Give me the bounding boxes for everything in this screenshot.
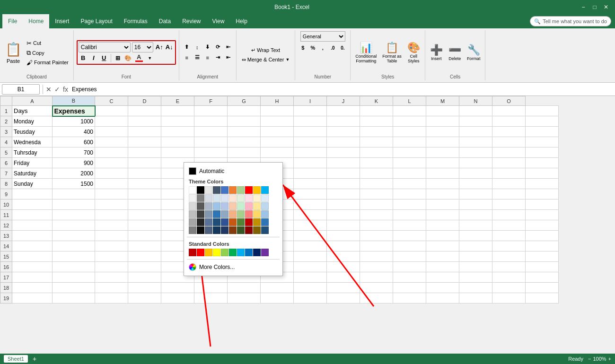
cell-styles-button[interactable]: 🎨 CellStyles (405, 41, 422, 64)
cell-J1[interactable] (327, 106, 360, 116)
color-swatch[interactable] (245, 194, 253, 202)
color-swatch[interactable] (213, 202, 220, 210)
color-swatch[interactable] (213, 194, 220, 202)
cell-B5[interactable]: 700 (53, 147, 95, 158)
col-header-k[interactable]: K (360, 96, 393, 106)
cell-O9[interactable] (492, 189, 526, 199)
cell-K11[interactable] (360, 210, 393, 220)
cell-P1[interactable] (526, 106, 559, 116)
color-swatch[interactable] (253, 226, 261, 234)
zoom-out-button[interactable]: − (588, 356, 591, 362)
color-swatch[interactable] (221, 186, 228, 194)
cell-C4[interactable] (95, 137, 128, 147)
cell-J19[interactable] (327, 293, 360, 303)
cell-I11[interactable] (294, 210, 327, 220)
cell-O3[interactable] (492, 127, 526, 137)
cell-D5[interactable] (128, 147, 161, 158)
cell-B2[interactable]: 1000 (53, 116, 95, 127)
color-swatch[interactable] (261, 194, 269, 202)
cell-C8[interactable] (95, 179, 128, 189)
cell-L12[interactable] (393, 220, 426, 231)
close-button[interactable]: ✕ (602, 3, 610, 11)
tab-review[interactable]: Review (176, 14, 206, 28)
cell-K14[interactable] (360, 241, 393, 251)
color-swatch[interactable] (205, 226, 212, 234)
cell-O17[interactable] (492, 272, 526, 283)
color-swatch[interactable] (229, 194, 237, 202)
color-swatch[interactable] (245, 226, 253, 234)
cell-L8[interactable] (393, 179, 426, 189)
cell-C6[interactable] (95, 158, 128, 168)
cell-F19[interactable] (194, 293, 228, 303)
cell-L16[interactable] (393, 262, 426, 272)
cell-J13[interactable] (327, 231, 360, 241)
cell-C9[interactable] (95, 189, 128, 199)
color-swatch[interactable] (189, 218, 196, 226)
cell-O14[interactable] (492, 241, 526, 251)
cell-D8[interactable] (128, 179, 161, 189)
sheet-tab[interactable]: Sheet1 (4, 355, 28, 363)
conditional-formatting-button[interactable]: 📊 ConditionalFormatting (353, 41, 378, 64)
cell-P4[interactable] (526, 137, 559, 147)
cell-K9[interactable] (360, 189, 393, 199)
cell-I5[interactable] (294, 147, 327, 158)
italic-button[interactable]: I (89, 53, 98, 63)
color-swatch[interactable] (253, 186, 261, 194)
cell-K18[interactable] (360, 283, 393, 293)
cell-J6[interactable] (327, 158, 360, 168)
color-swatch[interactable] (237, 218, 245, 226)
cell-A19[interactable] (12, 293, 53, 303)
cell-C10[interactable] (95, 199, 128, 210)
insert-function-icon[interactable]: fx (63, 86, 68, 93)
cell-O16[interactable] (492, 262, 526, 272)
cell-O13[interactable] (492, 231, 526, 241)
cell-M13[interactable] (426, 231, 459, 241)
cell-L18[interactable] (393, 283, 426, 293)
col-header-i[interactable]: I (294, 96, 327, 106)
color-swatch[interactable] (261, 226, 269, 234)
cell-F5[interactable] (194, 147, 228, 158)
color-swatch[interactable] (245, 202, 253, 210)
cell-N4[interactable] (459, 137, 492, 147)
color-swatch[interactable] (221, 210, 228, 218)
cancel-formula-icon[interactable]: ✕ (46, 86, 52, 93)
cell-E18[interactable] (161, 283, 194, 293)
cell-D12[interactable] (128, 220, 161, 231)
cell-N1[interactable] (459, 106, 492, 116)
cell-L17[interactable] (393, 272, 426, 283)
col-header-l[interactable]: L (393, 96, 426, 106)
cell-I19[interactable] (294, 293, 327, 303)
color-swatch[interactable] (229, 226, 237, 234)
cell-J17[interactable] (327, 272, 360, 283)
color-swatch[interactable] (261, 210, 269, 218)
cell-H5[interactable] (261, 147, 294, 158)
color-swatch[interactable] (237, 202, 245, 210)
font-color-button[interactable]: A (134, 54, 144, 62)
cell-O4[interactable] (492, 137, 526, 147)
cell-L10[interactable] (393, 199, 426, 210)
color-swatch[interactable] (245, 218, 253, 226)
cell-K8[interactable] (360, 179, 393, 189)
font-color-dropdown-button[interactable]: ▼ (145, 53, 155, 63)
cell-C11[interactable] (95, 210, 128, 220)
cell-N13[interactable] (459, 231, 492, 241)
cell-P14[interactable] (526, 241, 559, 251)
cell-G2[interactable] (228, 116, 261, 127)
cell-B3[interactable]: 400 (53, 127, 95, 137)
copy-button[interactable]: ⧉ Copy (25, 48, 70, 58)
cell-A11[interactable] (12, 210, 53, 220)
cell-I10[interactable] (294, 199, 327, 210)
cell-B6[interactable]: 900 (53, 158, 95, 168)
cell-P9[interactable] (526, 189, 559, 199)
standard-color-swatch[interactable] (197, 249, 204, 256)
percent-format-button[interactable]: % (308, 43, 317, 52)
automatic-color-option[interactable]: Automatic (187, 165, 280, 177)
tab-formulas[interactable]: Formulas (118, 14, 153, 28)
cell-I2[interactable] (294, 116, 327, 127)
cell-J11[interactable] (327, 210, 360, 220)
cell-N5[interactable] (459, 147, 492, 158)
cell-O1[interactable] (492, 106, 526, 116)
cell-C15[interactable] (95, 251, 128, 262)
cell-N3[interactable] (459, 127, 492, 137)
cell-O5[interactable] (492, 147, 526, 158)
